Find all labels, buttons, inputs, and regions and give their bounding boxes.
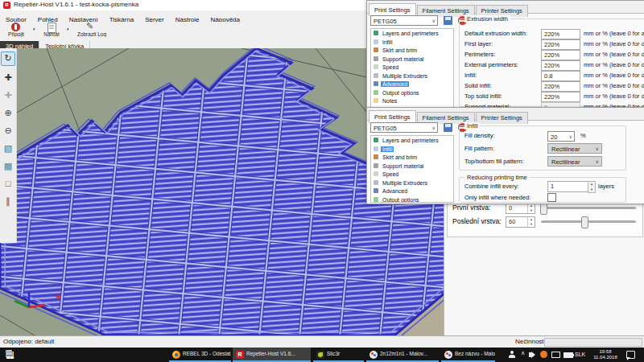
antivirus-icon[interactable] [540, 351, 547, 358]
setting-input[interactable]: 220% [541, 50, 580, 60]
clock[interactable]: 19:58 11.04.2018 [589, 349, 621, 360]
settings-section-item[interactable]: Support material [371, 162, 453, 171]
setting-input[interactable]: 220% [541, 39, 580, 50]
section-icon [374, 98, 378, 103]
display-icon[interactable] [551, 352, 560, 358]
section-icon [374, 81, 378, 86]
taskbar-app-button[interactable]: Bez názvu - Malová... [441, 348, 495, 362]
save-preset-icon[interactable] [444, 16, 452, 25]
activity-status: Nečinnost. [515, 338, 546, 345]
viewport-tool-button[interactable]: ✚ [2, 88, 14, 101]
settings-section-list: Layers and perimeters Infill Skirt and b… [370, 135, 454, 203]
taskbar-icon[interactable] [0, 348, 19, 362]
stepper-arrows-icon[interactable]: ▲▼ [588, 181, 596, 193]
viewport-tool-button[interactable]: ▩ [2, 159, 14, 172]
settings-section-item[interactable]: Output options [371, 196, 453, 204]
section-icon [374, 138, 378, 142]
extrusion-width-group: Extrusion width Default extrusion width:… [459, 19, 644, 107]
taskbar-app-button[interactable]: Slic3r [313, 348, 364, 362]
settings-section-item[interactable]: Infill [371, 146, 453, 154]
window-title: Repetier-Host V1.6.1 - test-kocka-pismen… [14, 1, 138, 8]
setting-input[interactable]: 220% [541, 60, 580, 71]
settings-tab[interactable]: Print Settings [369, 3, 416, 16]
settings-section-item[interactable]: Notes [371, 97, 453, 106]
settings-section-item[interactable]: Layers and perimeters [371, 30, 453, 39]
save-preset-icon[interactable] [444, 123, 452, 132]
settings-section-item[interactable]: Speed [371, 64, 453, 72]
fill-pattern-dropdown[interactable]: Rectilinear ∨ [547, 143, 602, 154]
section-icon [374, 31, 378, 35]
settings-section-item[interactable]: Output options [371, 89, 453, 98]
setting-row: Solid infill: 220% mm or % (leave 0 for … [460, 81, 644, 92]
top-bottom-pattern-dropdown[interactable]: Rectilinear ∨ [547, 156, 602, 167]
stepper-arrows-icon[interactable]: ▲▼ [527, 204, 535, 213]
slicer-settings-window-infill: Print SettingsFilament SettingsPrinter S… [366, 107, 644, 204]
only-infill-checkbox[interactable] [547, 193, 556, 202]
settings-section-item[interactable]: Speed [371, 171, 453, 179]
setting-input[interactable]: 0.8 [541, 71, 580, 81]
settings-tab-bar: Print SettingsFilament SettingsPrinter S… [367, 1, 644, 14]
load-dropdown-caret[interactable]: ▾ [67, 27, 69, 31]
viewport-tool-button[interactable]: ⊕ [2, 106, 14, 119]
settings-section-item[interactable]: Advanced [371, 80, 453, 89]
show-log-button[interactable]: ✎ Zobrazit Log [72, 22, 111, 37]
last-layer-stepper[interactable]: 60 ▲▼ [506, 216, 535, 228]
setting-row: Default extrusion width: 220% mm or % (l… [460, 29, 644, 39]
settings-section-item[interactable]: Skirt and brim [371, 47, 453, 56]
section-icon [374, 197, 378, 202]
hidden-icons-chevron[interactable]: ∧ [521, 350, 525, 356]
settings-section-item[interactable]: Multiple Extruders [371, 179, 453, 188]
notification-center-icon[interactable] [626, 351, 635, 359]
setting-row: Infill: 0.8 mm or % (leave 0 for default… [460, 71, 644, 81]
combine-infill-field[interactable]: 1 ▲▼ [547, 181, 588, 192]
first-layer-stepper[interactable]: 0 ▲▼ [506, 203, 535, 214]
connect-dropdown-caret[interactable]: ▾ [33, 27, 35, 31]
taskbar-app-icon [369, 351, 378, 359]
section-icon [374, 47, 378, 52]
setting-input[interactable]: 220% [541, 92, 580, 102]
volume-icon[interactable] [529, 352, 532, 357]
taskbar-app-button[interactable]: R Repetier-Host V1.6... [233, 348, 311, 362]
last-layer-row: Poslední vrstva: 60 ▲▼ [452, 216, 638, 228]
last-layer-slider-thumb[interactable] [581, 216, 588, 228]
settings-tab[interactable]: Print Settings [369, 110, 416, 123]
preset-combobox[interactable]: PETG05 ∨ [370, 122, 438, 133]
taskbar-app-button[interactable]: 2n12m1n1 - Malov... [366, 348, 439, 362]
setting-input[interactable]: 220% [541, 29, 580, 39]
battery-icon[interactable] [564, 352, 573, 358]
settings-section-item[interactable]: Skirt and brim [371, 154, 453, 162]
pencil-icon: ✎ [86, 21, 93, 31]
first-layer-slider[interactable] [541, 207, 636, 209]
load-button[interactable]: Náhrát [39, 22, 64, 37]
last-layer-slider[interactable] [541, 220, 636, 223]
connect-button[interactable]: Připojit [2, 22, 31, 37]
settings-section-item[interactable]: Infill [371, 39, 453, 47]
first-layer-slider-thumb[interactable] [540, 203, 547, 215]
settings-section-list: Layers and perimeters Infill Skirt and b… [370, 28, 454, 108]
section-icon [374, 64, 378, 69]
viewport-tool-button[interactable]: ↻ [1, 51, 15, 66]
fill-density-combobox[interactable]: 20 ∨ [547, 131, 575, 142]
viewport-tool-button[interactable]: ▧ [2, 142, 14, 154]
settings-section-item[interactable]: Support material [371, 56, 453, 64]
app-icon: R [3, 2, 10, 9]
viewport-tool-button[interactable]: □ [2, 177, 14, 190]
settings-section-item[interactable]: Multiple Extruders [371, 72, 453, 81]
settings-tab-bar: Print SettingsFilament SettingsPrinter S… [367, 108, 644, 121]
setting-row: Top solid infill: 220% mm or % (leave 0 … [460, 92, 644, 102]
viewport-tool-button[interactable]: ✚ [2, 71, 14, 84]
preset-combobox[interactable]: PETG05 ∨ [370, 15, 438, 26]
slicer-settings-window-advanced: Print SettingsFilament SettingsPrinter S… [366, 0, 644, 109]
viewport-tool-button[interactable]: ⊖ [2, 124, 14, 137]
settings-tab[interactable]: Printer Settings [476, 112, 528, 124]
taskbar-app-button[interactable]: REBEL 3D - Odeslat... [169, 348, 231, 362]
viewport-tool-button[interactable]: ∥ [2, 195, 14, 208]
chevron-down-icon: ∨ [432, 16, 436, 27]
settings-section-item[interactable]: Advanced [371, 187, 453, 196]
language-indicator[interactable]: SLK [575, 352, 585, 357]
people-icon[interactable] [509, 351, 515, 359]
stepper-arrows-icon[interactable]: ▲▼ [527, 217, 535, 227]
settings-section-item[interactable]: Layers and perimeters [371, 137, 453, 146]
taskbar-app-icon: R [236, 351, 244, 359]
setting-input[interactable]: 220% [541, 81, 580, 92]
